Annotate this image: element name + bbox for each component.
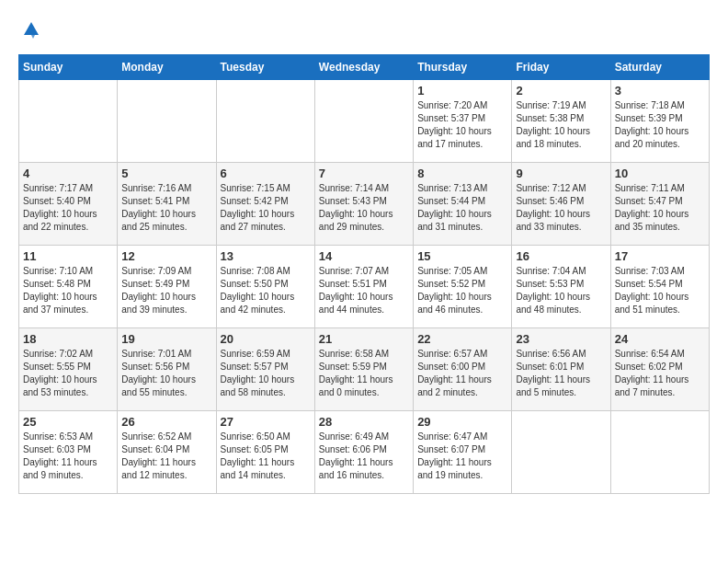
calendar-cell: 7Sunrise: 7:14 AM Sunset: 5:43 PM Daylig…	[314, 163, 413, 246]
logo-icon	[20, 18, 42, 40]
day-info: Sunrise: 7:01 AM Sunset: 5:56 PM Dayligh…	[121, 348, 211, 399]
calendar-cell: 8Sunrise: 7:13 AM Sunset: 5:44 PM Daylig…	[414, 163, 512, 246]
calendar-cell: 19Sunrise: 7:01 AM Sunset: 5:56 PM Dayli…	[118, 328, 216, 411]
col-header-sunday: Sunday	[19, 55, 118, 80]
week-row-2: 4Sunrise: 7:17 AM Sunset: 5:40 PM Daylig…	[19, 163, 710, 246]
day-info: Sunrise: 6:56 AM Sunset: 6:01 PM Dayligh…	[516, 348, 606, 399]
calendar-cell: 6Sunrise: 7:15 AM Sunset: 5:42 PM Daylig…	[216, 163, 314, 246]
col-header-wednesday: Wednesday	[314, 55, 413, 80]
day-info: Sunrise: 7:04 AM Sunset: 5:53 PM Dayligh…	[516, 265, 606, 316]
week-row-4: 18Sunrise: 7:02 AM Sunset: 5:55 PM Dayli…	[19, 328, 710, 411]
day-info: Sunrise: 7:14 AM Sunset: 5:43 PM Dayligh…	[319, 182, 409, 234]
calendar-cell: 17Sunrise: 7:03 AM Sunset: 5:54 PM Dayli…	[610, 246, 709, 328]
col-header-monday: Monday	[118, 55, 216, 80]
calendar-cell: 25Sunrise: 6:53 AM Sunset: 6:03 PM Dayli…	[19, 411, 118, 494]
day-info: Sunrise: 6:57 AM Sunset: 6:00 PM Dayligh…	[417, 348, 507, 399]
day-number: 18	[23, 332, 113, 346]
day-number: 29	[417, 415, 507, 429]
day-number: 3	[615, 84, 705, 98]
calendar-cell: 20Sunrise: 6:59 AM Sunset: 5:57 PM Dayli…	[216, 328, 314, 411]
calendar-cell: 23Sunrise: 6:56 AM Sunset: 6:01 PM Dayli…	[512, 328, 610, 411]
calendar-header-row: SundayMondayTuesdayWednesdayThursdayFrid…	[19, 55, 710, 80]
day-info: Sunrise: 7:07 AM Sunset: 5:51 PM Dayligh…	[319, 265, 409, 316]
day-number: 9	[516, 167, 606, 180]
week-row-5: 25Sunrise: 6:53 AM Sunset: 6:03 PM Dayli…	[19, 411, 710, 494]
calendar-cell: 21Sunrise: 6:58 AM Sunset: 5:59 PM Dayli…	[314, 328, 413, 411]
day-info: Sunrise: 6:50 AM Sunset: 6:05 PM Dayligh…	[221, 431, 311, 482]
calendar-cell: 18Sunrise: 7:02 AM Sunset: 5:55 PM Dayli…	[19, 328, 118, 411]
col-header-saturday: Saturday	[610, 55, 709, 80]
calendar-cell: 2Sunrise: 7:19 AM Sunset: 5:38 PM Daylig…	[512, 80, 610, 163]
day-number: 13	[221, 249, 311, 263]
col-header-friday: Friday	[512, 55, 610, 80]
page-header	[18, 18, 710, 45]
day-number: 12	[121, 249, 211, 263]
day-info: Sunrise: 6:59 AM Sunset: 5:57 PM Dayligh…	[221, 348, 311, 399]
day-info: Sunrise: 7:08 AM Sunset: 5:50 PM Dayligh…	[221, 265, 311, 316]
day-info: Sunrise: 6:54 AM Sunset: 6:02 PM Dayligh…	[615, 348, 705, 399]
day-number: 28	[319, 415, 409, 429]
day-number: 14	[319, 249, 409, 263]
logo	[18, 18, 42, 45]
day-info: Sunrise: 6:49 AM Sunset: 6:06 PM Dayligh…	[319, 431, 409, 482]
calendar-cell: 4Sunrise: 7:17 AM Sunset: 5:40 PM Daylig…	[19, 163, 118, 246]
calendar-cell: 5Sunrise: 7:16 AM Sunset: 5:41 PM Daylig…	[118, 163, 216, 246]
day-info: Sunrise: 7:02 AM Sunset: 5:55 PM Dayligh…	[23, 348, 113, 399]
day-number: 7	[319, 167, 409, 180]
day-info: Sunrise: 7:10 AM Sunset: 5:48 PM Dayligh…	[23, 265, 113, 316]
calendar-cell	[314, 80, 413, 163]
day-number: 20	[221, 332, 311, 346]
day-info: Sunrise: 7:19 AM Sunset: 5:38 PM Dayligh…	[516, 99, 606, 151]
day-info: Sunrise: 7:15 AM Sunset: 5:42 PM Dayligh…	[221, 182, 311, 234]
calendar-cell: 10Sunrise: 7:11 AM Sunset: 5:47 PM Dayli…	[610, 163, 709, 246]
calendar-cell: 1Sunrise: 7:20 AM Sunset: 5:37 PM Daylig…	[414, 80, 512, 163]
day-info: Sunrise: 7:16 AM Sunset: 5:41 PM Dayligh…	[121, 182, 211, 234]
day-info: Sunrise: 7:09 AM Sunset: 5:49 PM Dayligh…	[121, 265, 211, 316]
day-info: Sunrise: 7:13 AM Sunset: 5:44 PM Dayligh…	[417, 182, 507, 234]
day-number: 19	[121, 332, 211, 346]
day-number: 5	[121, 167, 211, 180]
calendar-cell	[610, 411, 709, 494]
day-number: 15	[417, 249, 507, 263]
day-info: Sunrise: 7:17 AM Sunset: 5:40 PM Dayligh…	[23, 182, 113, 234]
day-number: 11	[23, 249, 113, 263]
calendar-cell: 27Sunrise: 6:50 AM Sunset: 6:05 PM Dayli…	[216, 411, 314, 494]
day-number: 8	[417, 167, 507, 180]
calendar-cell: 16Sunrise: 7:04 AM Sunset: 5:53 PM Dayli…	[512, 246, 610, 328]
day-number: 24	[615, 332, 705, 346]
calendar-cell: 3Sunrise: 7:18 AM Sunset: 5:39 PM Daylig…	[610, 80, 709, 163]
day-number: 26	[121, 415, 211, 429]
day-info: Sunrise: 6:52 AM Sunset: 6:04 PM Dayligh…	[121, 431, 211, 482]
calendar-cell	[118, 80, 216, 163]
calendar-cell: 29Sunrise: 6:47 AM Sunset: 6:07 PM Dayli…	[414, 411, 512, 494]
calendar-cell: 11Sunrise: 7:10 AM Sunset: 5:48 PM Dayli…	[19, 246, 118, 328]
day-info: Sunrise: 7:18 AM Sunset: 5:39 PM Dayligh…	[615, 99, 705, 151]
day-info: Sunrise: 7:20 AM Sunset: 5:37 PM Dayligh…	[417, 99, 507, 151]
day-number: 16	[516, 249, 606, 263]
calendar-cell: 22Sunrise: 6:57 AM Sunset: 6:00 PM Dayli…	[414, 328, 512, 411]
day-info: Sunrise: 6:53 AM Sunset: 6:03 PM Dayligh…	[23, 431, 113, 482]
week-row-1: 1Sunrise: 7:20 AM Sunset: 5:37 PM Daylig…	[19, 80, 710, 163]
day-info: Sunrise: 7:03 AM Sunset: 5:54 PM Dayligh…	[615, 265, 705, 316]
col-header-thursday: Thursday	[414, 55, 512, 80]
day-info: Sunrise: 7:11 AM Sunset: 5:47 PM Dayligh…	[615, 182, 705, 234]
day-number: 1	[417, 84, 507, 98]
day-info: Sunrise: 6:47 AM Sunset: 6:07 PM Dayligh…	[417, 431, 507, 482]
calendar-cell: 26Sunrise: 6:52 AM Sunset: 6:04 PM Dayli…	[118, 411, 216, 494]
day-info: Sunrise: 6:58 AM Sunset: 5:59 PM Dayligh…	[319, 348, 409, 399]
col-header-tuesday: Tuesday	[216, 55, 314, 80]
day-number: 2	[516, 84, 606, 98]
day-number: 17	[615, 249, 705, 263]
calendar-cell: 12Sunrise: 7:09 AM Sunset: 5:49 PM Dayli…	[118, 246, 216, 328]
calendar-cell	[19, 80, 118, 163]
day-info: Sunrise: 7:05 AM Sunset: 5:52 PM Dayligh…	[417, 265, 507, 316]
calendar-cell	[512, 411, 610, 494]
day-number: 4	[23, 167, 113, 180]
calendar-cell: 24Sunrise: 6:54 AM Sunset: 6:02 PM Dayli…	[610, 328, 709, 411]
day-info: Sunrise: 7:12 AM Sunset: 5:46 PM Dayligh…	[516, 182, 606, 234]
day-number: 25	[23, 415, 113, 429]
calendar-cell: 13Sunrise: 7:08 AM Sunset: 5:50 PM Dayli…	[216, 246, 314, 328]
calendar-cell	[216, 80, 314, 163]
calendar-cell: 15Sunrise: 7:05 AM Sunset: 5:52 PM Dayli…	[414, 246, 512, 328]
calendar-table: SundayMondayTuesdayWednesdayThursdayFrid…	[18, 54, 710, 494]
